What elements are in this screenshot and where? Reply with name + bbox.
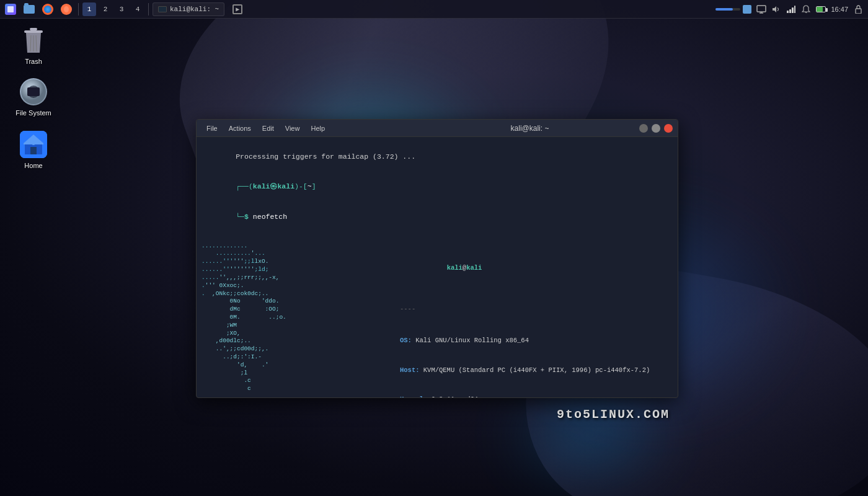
taskbar-window-label: kali@kali: ~ xyxy=(170,6,219,13)
clock[interactable]: 16:47 xyxy=(831,6,848,13)
svg-point-18 xyxy=(32,141,35,145)
filesystem-icon-img xyxy=(19,77,48,107)
neofetch-host-label: Host: xyxy=(400,366,423,374)
terminal-minimize-button[interactable] xyxy=(639,124,648,133)
terminal-controls xyxy=(639,124,673,133)
lock-icon[interactable] xyxy=(853,4,863,14)
terminal-menu-file[interactable]: File xyxy=(202,123,223,133)
neofetch-kernel-label: Kernel: xyxy=(400,396,431,397)
app-menu-button[interactable] xyxy=(2,2,19,16)
notification-icon[interactable] xyxy=(801,4,811,14)
trash-label: Trash xyxy=(25,58,42,65)
terminal-close-button[interactable] xyxy=(664,124,673,133)
svg-rect-5 xyxy=(24,30,43,33)
neofetch-hostname: kali xyxy=(466,264,482,272)
taskbar: 1 2 3 4 kali@kali: ~ ▶ xyxy=(0,0,868,19)
neofetch-os-value: Kali GNU/Linux Rolling x86_64 xyxy=(415,337,529,344)
neofetch-info-panel: kali@kali ---- OS: Kali GNU/Linux Rollin… xyxy=(400,234,650,397)
filesystem-icon[interactable]: File System xyxy=(9,74,58,119)
volume-icon[interactable] xyxy=(771,4,781,14)
desktop: 1 2 3 4 kali@kali: ~ ▶ xyxy=(0,0,868,496)
neofetch-art-panel: ............. ..........'... ......'''''… xyxy=(202,234,388,397)
taskbar-right: 16:47 xyxy=(715,4,868,14)
home-label: Home xyxy=(24,162,42,169)
svg-point-10 xyxy=(21,79,46,104)
svg-rect-17 xyxy=(30,147,37,154)
neofetch-username: kali xyxy=(447,264,463,272)
taskbar-arrow-button[interactable]: ▶ xyxy=(229,2,246,16)
terminal-maximize-button[interactable] xyxy=(652,124,660,133)
trash-icon-img xyxy=(19,25,48,55)
taskbar-left: 1 2 3 4 kali@kali: ~ ▶ xyxy=(0,2,246,16)
trash-icon[interactable]: Trash xyxy=(9,23,58,68)
watermark: 9to5LINUX.COM xyxy=(557,407,670,422)
neofetch-output: ............. ..........'... ......'''''… xyxy=(202,234,673,397)
svg-point-12 xyxy=(30,89,37,95)
workspace-2-button[interactable]: 2 xyxy=(99,2,112,16)
svg-rect-0 xyxy=(757,6,766,12)
terminal-mini-icon xyxy=(158,6,167,12)
svg-rect-6 xyxy=(30,28,37,30)
monitor-icon[interactable] xyxy=(756,4,766,14)
terminal-cmd-1: └─$ neofetch xyxy=(202,202,673,232)
neofetch-host-value: KVM/QEMU (Standard PC (i440FX + PIIX, 19… xyxy=(423,366,650,374)
terminal-menu: File Actions Edit View Help xyxy=(202,123,420,133)
svg-rect-4 xyxy=(856,9,861,14)
taskbar-divider-1 xyxy=(78,3,79,16)
tray-icon-1[interactable] xyxy=(743,5,751,14)
home-icon-img xyxy=(19,130,48,159)
taskbar-divider-2 xyxy=(148,3,149,16)
terminal-menu-help[interactable]: Help xyxy=(306,123,330,133)
terminal-menu-view[interactable]: View xyxy=(280,123,305,133)
terminal-processing-line: Processing triggers for mailcap (3.72) .… xyxy=(202,142,673,172)
taskbar-window-kali[interactable]: kali@kali: ~ xyxy=(153,2,224,16)
filesystem-label: File System xyxy=(16,109,51,117)
terminal-menu-actions[interactable]: Actions xyxy=(224,123,256,133)
terminal-menu-edit[interactable]: Edit xyxy=(257,123,279,133)
workspace-1-button[interactable]: 1 xyxy=(82,2,96,16)
file-manager-button[interactable] xyxy=(21,2,37,16)
neofetch-os-label: OS: xyxy=(400,337,415,344)
terminal-titlebar: File Actions Edit View Help kali@kali: ~ xyxy=(197,120,678,137)
workspace-3-button[interactable]: 3 xyxy=(115,2,128,16)
svg-point-11 xyxy=(27,86,40,98)
neofetch-ascii-art: ............. ..........'... ......'''''… xyxy=(202,234,388,397)
firefox-button[interactable] xyxy=(40,2,56,16)
svg-point-13 xyxy=(32,91,35,93)
battery-icon[interactable] xyxy=(816,4,826,14)
terminal-body: Processing triggers for mailcap (3.72) .… xyxy=(197,137,678,397)
burpsuite-button[interactable] xyxy=(58,2,74,16)
terminal-window: File Actions Edit View Help kali@kali: ~… xyxy=(196,119,678,398)
terminal-title: kali@kali: ~ xyxy=(420,124,639,133)
workspace-4-button[interactable]: 4 xyxy=(131,2,144,16)
svg-marker-3 xyxy=(773,6,776,12)
home-icon[interactable]: Home xyxy=(9,127,58,172)
neofetch-kernel-value: 6.8.11-amd64 xyxy=(431,396,478,397)
network-icon[interactable] xyxy=(786,4,796,14)
terminal-prompt-1: ┌──(kali㉿kali)-[~] xyxy=(202,172,673,202)
